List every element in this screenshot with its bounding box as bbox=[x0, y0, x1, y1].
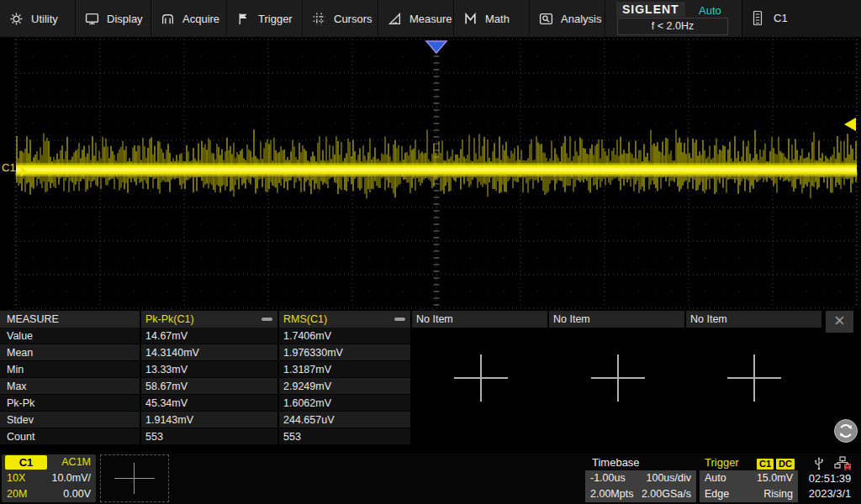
measure-slot-rms[interactable]: RMS(C1) bbox=[279, 311, 410, 328]
measure-icon bbox=[388, 12, 402, 26]
gear-icon bbox=[9, 12, 24, 26]
lan-disconnected-icon bbox=[834, 456, 853, 470]
measure-value: 13.33mV bbox=[141, 361, 277, 378]
trigger-descriptor-box[interactable]: Trigger C1DC Auto 15.0mV Edge Rising bbox=[700, 454, 798, 502]
menu-measure[interactable]: Measure bbox=[378, 0, 454, 37]
remove-measure-icon[interactable] bbox=[261, 318, 272, 321]
measure-value: 244.657uV bbox=[279, 412, 410, 428]
measure-value: 553 bbox=[141, 428, 277, 445]
measure-value: 1.3187mV bbox=[279, 361, 410, 378]
measure-slot-pkpk-label: Pk-Pk(C1) bbox=[145, 313, 194, 325]
top-menubar: Utility Display Acquire Trigger Cursors bbox=[0, 0, 861, 37]
menu-cursors[interactable]: Cursors bbox=[303, 0, 378, 37]
system-date: 2023/3/1 bbox=[799, 487, 861, 500]
measure-value: 14.67mV bbox=[141, 328, 277, 344]
trigger-type: Edge bbox=[705, 486, 729, 502]
restore-icon[interactable] bbox=[834, 419, 858, 443]
acquire-icon bbox=[161, 12, 175, 26]
trigger-slope: Rising bbox=[763, 486, 793, 502]
channel-coupling: AC1M bbox=[61, 454, 91, 470]
measure-slot-rms-label: RMS(C1) bbox=[283, 313, 327, 325]
frequency-counter: f < 2.0Hz bbox=[617, 18, 728, 35]
bottom-status-bar: C1 AC1M 10X 10.0mV/ 20M 0.00V Timebase -… bbox=[0, 454, 861, 504]
measure-value: 1.6062mV bbox=[279, 395, 410, 412]
menu-utility-label: Utility bbox=[31, 13, 58, 25]
measure-value: 58.67mV bbox=[141, 378, 277, 395]
measure-value: 1.976330mV bbox=[279, 344, 410, 361]
trigger-level: 15.0mV bbox=[757, 470, 793, 486]
menu-analysis[interactable]: Analysis bbox=[530, 0, 605, 37]
menu-math-label: Math bbox=[485, 13, 510, 25]
channel-offset: 0.00V bbox=[63, 486, 91, 502]
graticule-and-trace bbox=[0, 37, 861, 311]
menu-acquire-label: Acquire bbox=[182, 13, 219, 25]
measure-row-label: Max bbox=[0, 378, 140, 395]
channel-volts-per-div: 10.0mV/ bbox=[51, 470, 91, 486]
measure-row-label: Stdev bbox=[0, 412, 140, 428]
timebase-title: Timebase bbox=[585, 454, 696, 470]
channel-name-tab[interactable]: C1 bbox=[5, 455, 47, 470]
measure-row-label: Mean bbox=[0, 344, 140, 361]
cursors-icon bbox=[312, 12, 326, 26]
measure-value: 1.9143mV bbox=[141, 412, 277, 428]
menu-measure-label: Measure bbox=[409, 13, 452, 25]
menu-cursors-label: Cursors bbox=[334, 13, 372, 25]
active-channel-label: C1 bbox=[774, 12, 788, 24]
trigger-title: Trigger bbox=[705, 456, 739, 469]
system-time: 02:51:39 bbox=[799, 472, 861, 485]
system-status-zone: 02:51:39 2023/3/1 bbox=[799, 454, 861, 504]
measure-slot-empty-2[interactable]: No Item bbox=[549, 311, 684, 328]
measure-row-label: Pk-Pk bbox=[0, 395, 140, 412]
measure-row-label: Min bbox=[0, 361, 140, 378]
measure-value: 2.9249mV bbox=[279, 378, 410, 395]
menu-utility[interactable]: Utility bbox=[0, 0, 76, 37]
measure-value: 553 bbox=[279, 428, 410, 445]
menu-display[interactable]: Display bbox=[76, 0, 151, 37]
close-icon[interactable]: × bbox=[826, 311, 853, 333]
measure-row-label: Value bbox=[0, 328, 140, 344]
channel-list-icon bbox=[751, 10, 764, 26]
brand-zone: SIGLENT Auto f < 2.0Hz bbox=[605, 0, 742, 37]
menu-acquire[interactable]: Acquire bbox=[151, 0, 227, 37]
menu-math[interactable]: Math bbox=[454, 0, 530, 37]
add-measure-icon[interactable] bbox=[727, 354, 781, 402]
menu-trigger-label: Trigger bbox=[258, 13, 293, 25]
flag-icon bbox=[236, 12, 251, 26]
measure-value: 1.7406mV bbox=[279, 328, 410, 344]
analysis-icon bbox=[539, 12, 553, 26]
add-measure-icon[interactable] bbox=[591, 354, 645, 402]
remove-measure-icon[interactable] bbox=[394, 318, 405, 321]
channel-bandwidth: 20M bbox=[7, 486, 27, 502]
measure-slot-empty-1[interactable]: No Item bbox=[412, 311, 547, 328]
oscilloscope-screen: Utility Display Acquire Trigger Cursors bbox=[0, 0, 861, 504]
channel-indicator-zone[interactable]: C1 bbox=[742, 0, 861, 37]
timebase-descriptor-box[interactable]: Timebase -1.00us 100us/div 2.00Mpts 2.00… bbox=[585, 454, 696, 502]
timebase-sample-rate: 2.00GSa/s bbox=[642, 486, 691, 502]
measure-row-label: Count bbox=[0, 428, 140, 445]
measure-value: 14.3140mV bbox=[141, 344, 277, 361]
timebase-delay: -1.00us bbox=[590, 470, 626, 486]
menu-analysis-label: Analysis bbox=[561, 13, 601, 25]
menu-display-label: Display bbox=[107, 13, 143, 25]
channel-position-marker[interactable]: C1 bbox=[2, 161, 16, 174]
siglent-logo: SIGLENT bbox=[616, 2, 685, 17]
menu-trigger[interactable]: Trigger bbox=[227, 0, 303, 37]
trigger-source-badge: C1 bbox=[757, 459, 774, 470]
trigger-mode: Auto bbox=[705, 470, 726, 486]
add-channel-icon[interactable] bbox=[100, 454, 169, 502]
timebase-scale: 100us/div bbox=[646, 470, 691, 486]
math-icon bbox=[463, 12, 478, 26]
measure-panel-title: MEASURE bbox=[0, 311, 140, 328]
trigger-level-marker bbox=[844, 118, 856, 131]
measure-value: 45.34mV bbox=[141, 395, 277, 412]
channel-descriptor-box[interactable]: C1 AC1M 10X 10.0mV/ 20M 0.00V bbox=[2, 454, 96, 502]
trigger-position-marker bbox=[426, 41, 446, 53]
measure-slot-pkpk[interactable]: Pk-Pk(C1) bbox=[141, 311, 277, 328]
acquisition-status: Auto bbox=[699, 4, 721, 17]
waveform-display: C1 bbox=[0, 37, 861, 311]
circular-arrows-icon bbox=[835, 420, 857, 442]
trigger-coupling-badge: DC bbox=[776, 459, 795, 470]
measure-slot-empty-3[interactable]: No Item bbox=[686, 311, 821, 328]
display-icon bbox=[85, 12, 99, 26]
add-measure-icon[interactable] bbox=[454, 354, 508, 402]
